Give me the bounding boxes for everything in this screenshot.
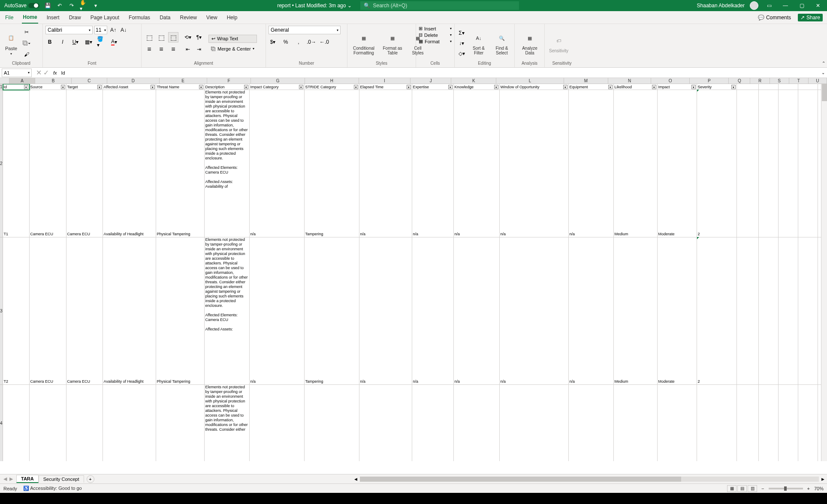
column-header-B[interactable]: B bbox=[35, 78, 71, 84]
cell[interactable] bbox=[305, 384, 359, 461]
cell[interactable]: n/a bbox=[412, 237, 454, 384]
fill-button[interactable]: ↓▾ bbox=[457, 39, 466, 48]
cell[interactable]: n/a bbox=[454, 90, 500, 237]
filter-dropdown-icon[interactable]: ▾ bbox=[151, 85, 155, 89]
cell[interactable] bbox=[737, 237, 759, 384]
cell[interactable]: Knowledge▾ bbox=[454, 84, 500, 90]
cell[interactable]: n/a bbox=[359, 237, 412, 384]
cell[interactable]: Affected Asset▾ bbox=[103, 84, 156, 90]
column-header-S[interactable]: S bbox=[770, 78, 789, 84]
cell[interactable] bbox=[737, 384, 759, 461]
align-center-button[interactable]: ≡ bbox=[156, 44, 166, 54]
cell[interactable] bbox=[779, 90, 798, 237]
cell[interactable] bbox=[30, 384, 66, 461]
cell[interactable]: Tampering bbox=[305, 90, 359, 237]
qat-customize-icon[interactable]: ▾ bbox=[92, 2, 100, 9]
cell[interactable]: Tampering bbox=[305, 237, 359, 384]
align-left-button[interactable]: ≡ bbox=[144, 44, 154, 54]
merge-center-button[interactable]: ⿻Merge & Center▾ bbox=[208, 45, 257, 52]
minimize-button[interactable]: — bbox=[780, 1, 791, 10]
column-header-I[interactable]: I bbox=[359, 78, 411, 84]
filter-dropdown-icon[interactable]: ▾ bbox=[652, 85, 656, 89]
analyze-data-button[interactable]: ▦Analyze Data bbox=[517, 30, 542, 56]
cell[interactable]: n/a bbox=[569, 237, 614, 384]
cell[interactable]: Moderate bbox=[658, 90, 697, 237]
cell[interactable] bbox=[359, 384, 412, 461]
name-box[interactable]: A1▾ bbox=[2, 69, 32, 77]
cell[interactable] bbox=[103, 384, 156, 461]
toggle-switch[interactable] bbox=[28, 3, 39, 8]
column-header-F[interactable]: F bbox=[207, 78, 251, 84]
hscroll-left-button[interactable]: ◀ bbox=[354, 477, 357, 481]
increase-font-button[interactable]: A↑ bbox=[109, 26, 118, 34]
cell[interactable]: Physical Tampering bbox=[156, 90, 205, 237]
document-title[interactable]: report • Last Modified: 3m ago ⌄ bbox=[277, 3, 352, 9]
cell[interactable]: Id▾ bbox=[3, 84, 30, 90]
cell[interactable]: n/a bbox=[250, 90, 305, 237]
cell[interactable]: Impact Category▾ bbox=[250, 84, 305, 90]
format-as-table-button[interactable]: ▦Format as Table bbox=[380, 30, 405, 56]
share-button[interactable]: ↗ Share bbox=[798, 14, 823, 21]
cell[interactable] bbox=[614, 384, 658, 461]
cell[interactable] bbox=[798, 90, 818, 237]
cell[interactable]: n/a bbox=[454, 237, 500, 384]
zoom-out-button[interactable]: − bbox=[761, 486, 764, 491]
cell[interactable]: n/a bbox=[412, 90, 454, 237]
accounting-format-button[interactable]: $▾ bbox=[269, 38, 277, 46]
column-header-M[interactable]: M bbox=[564, 78, 608, 84]
tab-draw[interactable]: Draw bbox=[68, 12, 82, 23]
filter-dropdown-icon[interactable]: ▾ bbox=[563, 85, 567, 89]
cell[interactable] bbox=[3, 384, 30, 461]
column-header-J[interactable]: J bbox=[410, 78, 451, 84]
enter-formula-icon[interactable]: ✓ bbox=[43, 69, 49, 77]
column-header-Q[interactable]: Q bbox=[729, 78, 750, 84]
filter-dropdown-icon[interactable]: ▾ bbox=[199, 85, 203, 89]
cell[interactable]: Moderate bbox=[658, 237, 697, 384]
column-header-P[interactable]: P bbox=[690, 78, 729, 84]
filter-dropdown-icon[interactable]: ▾ bbox=[448, 85, 453, 89]
decrease-decimal-button[interactable]: ←.0 bbox=[320, 38, 329, 46]
increase-decimal-button[interactable]: .0→ bbox=[307, 38, 316, 46]
italic-button[interactable]: I bbox=[58, 38, 67, 46]
format-button[interactable]: ▦Format▾ bbox=[419, 39, 452, 44]
column-header-H[interactable]: H bbox=[305, 78, 359, 84]
vertical-scrollbar[interactable] bbox=[821, 84, 827, 461]
tab-insert[interactable]: Insert bbox=[46, 12, 60, 23]
fill-color-button[interactable]: 🪣▾ bbox=[97, 38, 106, 46]
cell[interactable]: Severity▾ bbox=[697, 84, 737, 90]
filter-dropdown-icon[interactable]: ▾ bbox=[97, 85, 102, 89]
cell[interactable] bbox=[798, 84, 818, 90]
undo-icon[interactable]: ↶ bbox=[56, 2, 63, 9]
conditional-formatting-button[interactable]: ▦Conditional Formatting bbox=[350, 30, 377, 56]
tab-view[interactable]: View bbox=[205, 12, 218, 23]
bold-button[interactable]: B bbox=[45, 38, 54, 46]
cell[interactable]: Impact▾ bbox=[658, 84, 697, 90]
align-middle-button[interactable]: ⬚ bbox=[156, 32, 166, 42]
accessibility-status[interactable]: ♿ Accessibility: Good to go bbox=[23, 486, 82, 491]
column-header-K[interactable]: K bbox=[451, 78, 496, 84]
sheet-tab-tara[interactable]: TARA bbox=[16, 475, 39, 483]
cell[interactable]: n/a bbox=[500, 90, 569, 237]
sort-filter-button[interactable]: A↓Sort & Filter bbox=[468, 30, 489, 56]
number-format-combo[interactable]: General▾ bbox=[269, 26, 341, 34]
filter-dropdown-icon[interactable]: ▾ bbox=[24, 85, 28, 89]
select-all-corner[interactable] bbox=[0, 78, 9, 84]
cell[interactable] bbox=[759, 90, 779, 237]
increase-indent-button[interactable]: ⇥ bbox=[195, 45, 203, 54]
fx-icon[interactable]: fx bbox=[53, 70, 57, 75]
expand-formula-bar-button[interactable]: ⌄ bbox=[819, 70, 827, 75]
zoom-in-button[interactable]: + bbox=[807, 486, 810, 491]
cell[interactable]: 2 bbox=[697, 237, 737, 384]
autosum-button[interactable]: Σ▾ bbox=[457, 29, 466, 37]
comments-button[interactable]: 💬 Comments bbox=[755, 14, 794, 21]
cell[interactable]: Expertise▾ bbox=[412, 84, 454, 90]
cell[interactable]: STRIDE Category▾ bbox=[305, 84, 359, 90]
filter-dropdown-icon[interactable]: ▾ bbox=[494, 85, 498, 89]
avatar[interactable] bbox=[750, 1, 758, 10]
column-header-A[interactable]: A bbox=[9, 78, 36, 84]
font-name-combo[interactable]: Calibri▾ bbox=[45, 26, 93, 34]
cell[interactable]: Elements not protected by tamper-proofin… bbox=[205, 90, 250, 237]
page-break-view-button[interactable]: ▥ bbox=[748, 485, 757, 492]
filter-dropdown-icon[interactable]: ▾ bbox=[299, 85, 303, 89]
format-painter-button[interactable]: 🖌 bbox=[22, 50, 31, 59]
